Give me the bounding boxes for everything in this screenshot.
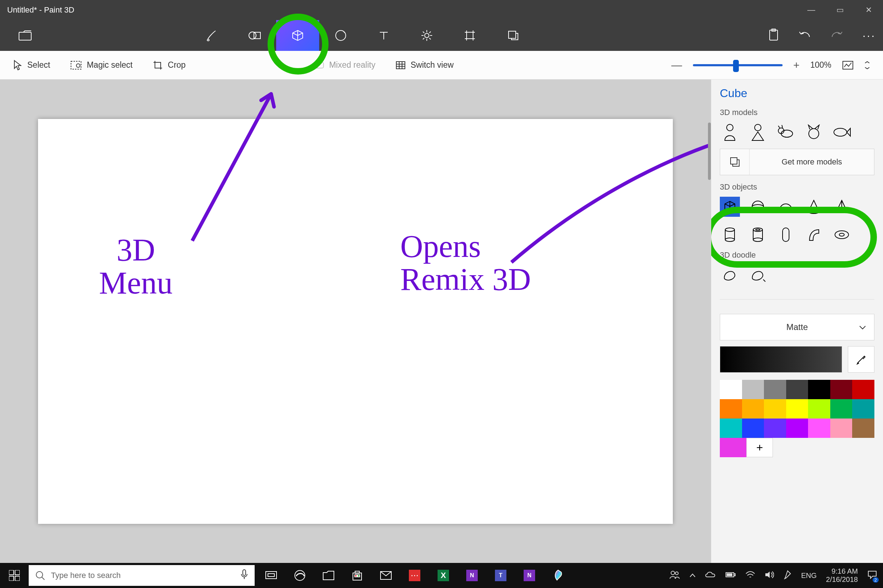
cylinder-icon[interactable] — [720, 225, 740, 245]
fish-icon[interactable] — [832, 122, 852, 142]
sphere-icon[interactable] — [748, 197, 768, 217]
crop-tool[interactable]: Crop — [146, 57, 192, 73]
zoom-out-button[interactable]: — — [671, 59, 682, 71]
cat-icon[interactable] — [804, 122, 824, 142]
menu-file-icon[interactable] — [0, 20, 50, 51]
palette-swatch[interactable] — [830, 418, 853, 438]
battery-icon[interactable] — [725, 572, 736, 580]
task-view-icon[interactable] — [257, 563, 286, 588]
woman-icon[interactable] — [748, 122, 768, 142]
mail-icon[interactable] — [372, 563, 400, 588]
palette-swatch[interactable] — [852, 380, 874, 399]
palette-swatch[interactable] — [808, 418, 830, 438]
current-color-swatch[interactable] — [720, 346, 842, 373]
stickers-icon[interactable] — [319, 20, 362, 51]
cube-icon[interactable] — [720, 197, 740, 217]
minimize-button[interactable]: — — [797, 0, 826, 20]
zoom-level-text: 100% — [810, 60, 831, 70]
palette-swatch[interactable] — [764, 418, 786, 438]
taskbar-clock[interactable]: 9:16 AM 2/16/2018 — [826, 567, 858, 584]
get-more-models-button[interactable]: Get more models — [720, 149, 874, 175]
paste-icon[interactable] — [768, 28, 779, 42]
palette-swatch[interactable] — [786, 399, 808, 418]
zoom-slider-thumb[interactable] — [733, 60, 739, 72]
palette-swatch[interactable] — [830, 380, 853, 399]
onenote-icon[interactable]: N — [458, 563, 486, 588]
tray-chevron-up-icon[interactable] — [689, 572, 696, 580]
titlebar: Untitled* - Paint 3D — ▭ ✕ — [0, 0, 883, 20]
onenote2-icon[interactable]: N — [515, 563, 544, 588]
fit-to-screen-icon[interactable] — [842, 60, 854, 70]
dog-icon[interactable] — [776, 122, 796, 142]
sharp-edge-doodle-icon[interactable] — [748, 265, 768, 285]
undo-icon[interactable] — [799, 30, 811, 41]
palette-swatch[interactable] — [808, 399, 830, 418]
teams-icon[interactable]: T — [486, 563, 515, 588]
zoom-in-button[interactable]: + — [793, 59, 800, 71]
mixed-reality-tool[interactable]: Mixed reality — [307, 57, 382, 73]
redo-icon[interactable] — [830, 30, 843, 41]
soft-edge-doodle-icon[interactable] — [720, 265, 740, 285]
doughnut-icon[interactable] — [832, 225, 852, 245]
canvas-crop-icon[interactable] — [448, 20, 491, 51]
palette-swatch[interactable] — [720, 418, 742, 438]
edge-icon[interactable] — [286, 563, 314, 588]
palette-swatch[interactable] — [852, 418, 874, 438]
wifi-icon[interactable] — [745, 571, 755, 580]
palette-swatch[interactable] — [720, 399, 742, 418]
palette-swatch[interactable] — [742, 418, 764, 438]
palette-swatch[interactable] — [786, 418, 808, 438]
palette-swatch[interactable] — [852, 399, 874, 418]
select-tool[interactable]: Select — [6, 57, 57, 74]
switch-view-tool[interactable]: Switch view — [389, 57, 460, 73]
eyedropper-button[interactable] — [848, 346, 874, 373]
remix3d-icon[interactable] — [491, 20, 534, 51]
taskbar-search[interactable]: Type here to search — [29, 565, 255, 586]
pyramid-icon[interactable] — [832, 197, 852, 217]
more-icon[interactable]: ··· — [863, 29, 876, 42]
text-icon[interactable] — [362, 20, 405, 51]
store-icon[interactable] — [343, 563, 372, 588]
pen-tray-icon[interactable] — [783, 570, 792, 581]
excel-icon[interactable]: X — [429, 563, 458, 588]
action-center-icon[interactable]: 2 — [867, 570, 877, 581]
palette-swatch[interactable] — [764, 399, 786, 418]
material-select[interactable]: Matte — [720, 314, 874, 340]
magic-select-tool[interactable]: Magic select — [64, 57, 139, 73]
palette-swatch[interactable] — [742, 399, 764, 418]
effects-icon[interactable] — [405, 20, 448, 51]
hemisphere-icon[interactable] — [776, 197, 796, 217]
cone-icon[interactable] — [804, 197, 824, 217]
man-icon[interactable] — [720, 122, 740, 142]
palette-swatch[interactable] — [720, 380, 742, 399]
start-button[interactable] — [0, 563, 29, 588]
close-button[interactable]: ✕ — [854, 0, 883, 20]
add-color-button[interactable]: + — [746, 438, 773, 457]
palette-swatch[interactable] — [786, 380, 808, 399]
canvas[interactable]: 3DMenu OpensRemix 3D — [38, 119, 673, 524]
zoom-slider[interactable] — [693, 64, 782, 66]
palette-swatch[interactable] — [742, 380, 764, 399]
3d-shapes-icon[interactable] — [276, 20, 319, 51]
custom-color-swatch[interactable] — [720, 438, 746, 457]
maximize-button[interactable]: ▭ — [826, 0, 854, 20]
palette-swatch[interactable] — [808, 380, 830, 399]
paint3d-taskbar-icon[interactable] — [544, 563, 572, 588]
tube-icon[interactable] — [748, 225, 768, 245]
capsule-icon[interactable] — [776, 225, 796, 245]
explorer-icon[interactable] — [314, 563, 343, 588]
curved-cylinder-icon[interactable] — [804, 225, 824, 245]
language-indicator[interactable]: ENG — [801, 572, 817, 580]
zoom-dropdown-icon[interactable] — [864, 61, 870, 69]
palette-swatch[interactable] — [830, 399, 853, 418]
volume-icon[interactable] — [765, 570, 774, 581]
palette-swatch[interactable] — [764, 380, 786, 399]
2d-shapes-icon[interactable] — [233, 20, 276, 51]
app-red-icon[interactable]: ⋯ — [400, 563, 429, 588]
brushes-icon[interactable] — [190, 20, 233, 51]
people-icon[interactable] — [669, 570, 680, 581]
svg-rect-34 — [15, 570, 20, 575]
mic-icon[interactable] — [240, 569, 248, 582]
scrollbar-vertical[interactable] — [708, 123, 711, 180]
onedrive-icon[interactable] — [705, 571, 716, 580]
